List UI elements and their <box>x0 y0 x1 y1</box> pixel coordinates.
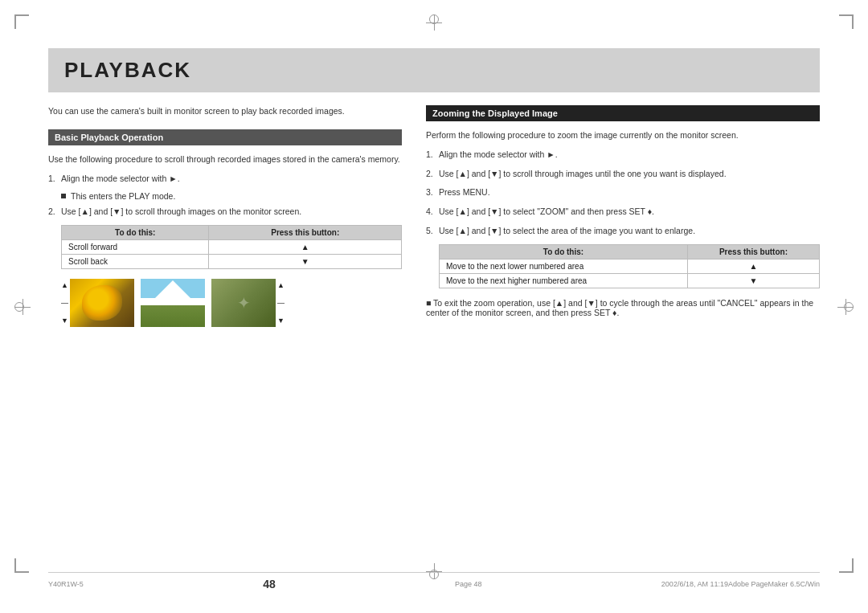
table-row: Move to the next lower numbered area ▲ <box>440 259 820 273</box>
step-r3: 3. Press MENU. <box>426 186 820 199</box>
right-column: Zooming the Displayed Image Perform the … <box>426 105 820 565</box>
step-r4-num: 4. <box>426 206 439 219</box>
zoom-cell-lower: Move to the next lower numbered area <box>440 259 688 273</box>
steps-list-left: 1. Align the mode selector with ►. <box>48 173 402 186</box>
intro-text: You can use the camera's built in monito… <box>48 105 402 118</box>
zoom-cell-higher: Move to the next higher numbered area <box>440 273 688 288</box>
crosshair-left-circle <box>14 302 24 312</box>
page-number: 48 <box>263 578 276 591</box>
two-columns: You can use the camera's built in monito… <box>48 105 820 565</box>
crosshair-right-circle <box>844 302 854 312</box>
section2-header: Zooming the Displayed Image <box>426 105 820 121</box>
zoom-note-text: ■ To exit the zoom operation, use [▲] an… <box>426 298 820 317</box>
table-cell-scroll-back: Scroll back <box>62 255 209 269</box>
section1-body: Use the following procedure to scroll th… <box>48 153 402 166</box>
step-r1-num: 1. <box>426 149 439 161</box>
step-1-text: Align the mode selector with ►. <box>61 173 180 186</box>
zoom-cell-up: ▲ <box>687 259 819 273</box>
zoom-table-col2-header: Press this button: <box>687 244 819 259</box>
step-r3-text: Press MENU. <box>439 186 490 199</box>
content-area: PLAYBACK You can use the camera's built … <box>48 48 820 565</box>
step-r4: 4. Use [▲] and [▼] to select "ZOOM" and … <box>426 206 820 219</box>
table-col1-header: To do this: <box>62 226 209 240</box>
zoom-table: To do this: Press this button: Move to t… <box>439 244 820 288</box>
footer-center: Page 48 <box>455 580 482 588</box>
step-r5-text: Use [▲] and [▼] to select the area of th… <box>439 225 695 238</box>
step-1-subbody: This enters the PLAY mode. <box>71 191 175 201</box>
corner-mark-bl <box>14 558 29 573</box>
step-2-num: 2. <box>48 206 61 219</box>
table-col2-header: Press this button: <box>209 226 402 240</box>
step-r2: 2. Use [▲] and [▼] to scroll through ima… <box>426 168 820 181</box>
zoom-table-col1-header: To do this: <box>440 244 688 259</box>
left-column: You can use the camera's built in monito… <box>48 105 402 565</box>
crosshair-bottom-circle <box>429 570 439 579</box>
dash-icon-2: — <box>277 299 285 307</box>
step-r1-text: Align the mode selector with ►. <box>439 149 558 161</box>
page-title: PLAYBACK <box>64 58 191 82</box>
img-sunflower-group: ▲ — ▼ <box>61 279 134 327</box>
step-2: 2. Use [▲] and [▼] to scroll through ima… <box>48 206 402 219</box>
table-row: Scroll back ▼ <box>62 255 402 269</box>
step-1-subitem: This enters the PLAY mode. <box>61 191 402 201</box>
thumb-sunflower <box>70 279 134 327</box>
scroll-table: To do this: Press this button: Scroll fo… <box>61 225 402 269</box>
footer-right: 2002/6/18, AM 11:19Adobe PageMaker 6.5C/… <box>661 580 820 588</box>
thumb-dragonfly <box>211 279 276 327</box>
corner-mark-br <box>839 558 854 573</box>
up-arrow-icon: ▲ <box>61 281 68 289</box>
step-r2-num: 2. <box>426 168 439 181</box>
step-r2-text: Use [▲] and [▼] to scroll through images… <box>439 168 727 181</box>
dash-icon: — <box>61 299 68 307</box>
table-cell-down-arrow: ▼ <box>209 255 402 269</box>
images-row: ▲ — ▼ ▲ — ▼ <box>61 279 402 327</box>
step-r5: 5. Use [▲] and [▼] to select the area of… <box>426 225 820 238</box>
thumb-mountain <box>141 279 205 327</box>
table-row: Move to the next higher numbered area ▼ <box>440 273 820 288</box>
section2-intro: Perform the following procedure to zoom … <box>426 129 820 142</box>
step-r3-num: 3. <box>426 186 439 199</box>
step-r1: 1. Align the mode selector with ►. <box>426 149 820 161</box>
step-1-num: 1. <box>48 173 61 186</box>
step-r4-text: Use [▲] and [▼] to select "ZOOM" and the… <box>439 206 654 219</box>
step-1: 1. Align the mode selector with ►. <box>48 173 402 186</box>
header-banner: PLAYBACK <box>48 48 820 92</box>
arrow-col-left: ▲ — ▼ <box>61 281 68 325</box>
steps-list-right: 1. Align the mode selector with ►. 2. Us… <box>426 149 820 238</box>
down-arrow-icon: ▼ <box>61 317 68 325</box>
table-cell-scroll-forward: Scroll forward <box>62 240 209 255</box>
footer-left: Y40R1W-5 <box>48 580 84 588</box>
step-r5-num: 5. <box>426 225 439 238</box>
zoom-note: ■ To exit the zoom operation, use [▲] an… <box>426 298 820 317</box>
crosshair-top-circle <box>429 14 439 24</box>
bullet-icon <box>61 194 66 198</box>
arrow-col-right: ▲ — ▼ <box>277 281 285 325</box>
down-arrow-icon-2: ▼ <box>277 317 285 325</box>
section1-header: Basic Playback Operation <box>48 129 402 145</box>
corner-mark-tl <box>14 14 29 29</box>
zoom-cell-down: ▼ <box>687 273 819 288</box>
img-dragonfly-group: ▲ — ▼ <box>211 279 285 327</box>
steps-list-left-2: 2. Use [▲] and [▼] to scroll through ima… <box>48 206 402 219</box>
table-row: Scroll forward ▲ <box>62 240 402 255</box>
corner-mark-tr <box>839 14 854 29</box>
table-cell-up-arrow: ▲ <box>209 240 402 255</box>
up-arrow-icon-2: ▲ <box>277 281 285 289</box>
step-2-text: Use [▲] and [▼] to scroll through images… <box>61 206 301 219</box>
